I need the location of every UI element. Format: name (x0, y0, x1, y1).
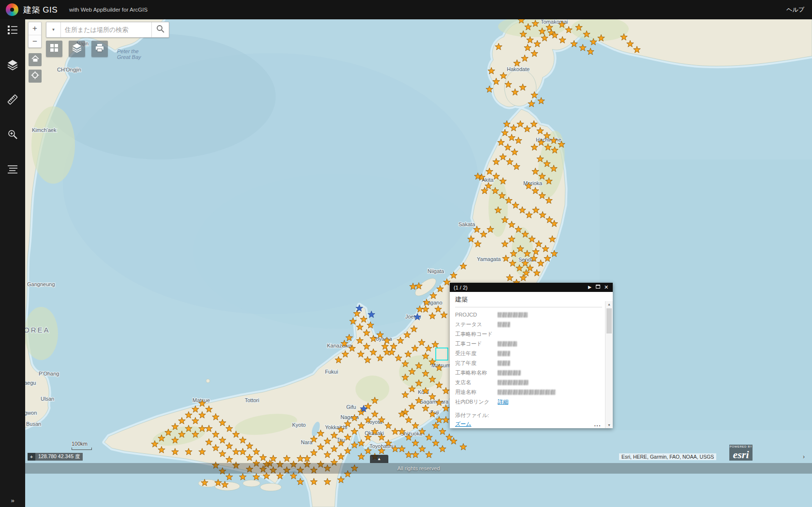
zoom-in-button[interactable]: + (29, 22, 41, 35)
redacted-value (498, 380, 529, 385)
field-label: 完了年度 (455, 360, 498, 367)
field-value (498, 390, 556, 395)
water-label: Great Bay (117, 54, 142, 60)
close-popup-button[interactable]: ✕ (602, 283, 610, 292)
popup-field-row: 用途名称 (455, 387, 602, 397)
app-title: 建築 GIS (23, 4, 58, 15)
field-value (498, 380, 529, 385)
powered-by-label: POWERED BY (729, 445, 753, 449)
popup-header[interactable]: (1 / 2) ▶ ✕ (450, 283, 613, 292)
app-subtitle: with Web AppBuilder for ArcGIS (69, 7, 148, 13)
field-value (498, 312, 528, 318)
search-source-dropdown[interactable]: ▼ (46, 22, 61, 37)
print-icon (95, 43, 104, 54)
overview-widget-button[interactable] (46, 41, 62, 57)
map-canvas[interactable]: TomakomaiHakodateNajinCH'OngjinKimch'aek… (25, 19, 812, 507)
sidebar-tool-layer-list[interactable] (6, 164, 19, 176)
field-label: 工事略称コード (455, 331, 498, 338)
rights-text: All rights reserved (397, 465, 440, 471)
crosshair-icon[interactable]: + (28, 453, 35, 461)
sidebar-tool-layers[interactable] (6, 60, 19, 72)
redacted-value (498, 370, 521, 376)
field-label: 工事コード (455, 340, 498, 348)
popup-field-row: ステータス (455, 319, 602, 329)
map-attribution: Esri, HERE, Garmin, FAO, NOAA, USGS (619, 453, 716, 460)
popup-scrollbar[interactable]: ▲ ▼ (605, 301, 613, 428)
sidebar-tool-query[interactable] (6, 130, 19, 141)
scroll-up-icon[interactable]: ▲ (605, 303, 613, 306)
island (260, 483, 281, 491)
map-label: Toyama (373, 336, 392, 342)
zoom-out-button[interactable]: − (29, 35, 41, 47)
field-label: ステータス (455, 321, 498, 328)
coordinate-readout: 128.780 42.345 度 (35, 453, 83, 461)
map-svg: TomakomaiHakodateNajinCH'OngjinKimch'aek… (25, 19, 812, 507)
search-input[interactable] (61, 22, 151, 37)
field-label: 工事略称名称 (455, 369, 498, 377)
next-feature-button[interactable]: ▶ (586, 283, 594, 292)
sidebar-tool-legend[interactable] (6, 25, 19, 37)
redacted-value (498, 312, 528, 318)
scale-label: 100km (72, 441, 88, 447)
map-label: Sakata (458, 221, 475, 227)
map-label: Kimch'aek (32, 127, 57, 133)
internal-db-detail-link[interactable]: 詳細 (498, 398, 508, 406)
maximize-button[interactable] (594, 283, 602, 292)
map-label: Ulsan (41, 396, 54, 402)
popup-field-list: PROJCDステータス工事略称コード工事コード受注年度完了年度工事略称名称支店名… (455, 310, 602, 406)
map-label: aegu (25, 380, 36, 386)
esri-logo-text: esri (729, 449, 753, 461)
print-widget-button[interactable] (91, 41, 108, 57)
app-logo-icon (6, 3, 18, 16)
search-button[interactable] (151, 22, 169, 37)
popup-field-row: 完了年度 (455, 358, 602, 368)
field-value (498, 370, 521, 376)
popup-field-row: 支店名 (455, 377, 602, 387)
scroll-down-icon[interactable]: ▼ (605, 423, 613, 427)
basemap-icon (72, 43, 82, 55)
sidebar-tool-measure[interactable] (6, 95, 19, 106)
map-label: Nara (301, 439, 313, 445)
redacted-value (498, 341, 517, 347)
help-link[interactable]: ヘルプ (786, 6, 804, 14)
sidebar-toolbar: » (0, 19, 25, 507)
search-widget: ▼ (46, 22, 169, 38)
sidebar-collapse-button[interactable]: » (0, 497, 25, 504)
map-label: Gangneung (27, 281, 55, 287)
field-value (498, 361, 510, 366)
popup-title: 建築 (455, 293, 602, 307)
rights-bar: All rights reserved (25, 463, 812, 474)
scrollbar-thumb[interactable] (606, 308, 612, 333)
map-label: Kyoto (292, 422, 306, 428)
redacted-value (498, 361, 510, 366)
land-oki (206, 379, 210, 383)
home-button[interactable] (29, 53, 42, 66)
map-label: Hakodate (507, 66, 530, 72)
popup-pagination: (1 / 2) (454, 285, 468, 290)
map-label: KOREA (25, 326, 50, 334)
map-label: Yokkaichi (325, 424, 347, 430)
map-label: P'Ohang (39, 371, 59, 377)
map-label: Niigata (428, 268, 444, 274)
island (243, 480, 260, 487)
expand-up-icon: ▲ (377, 457, 381, 461)
popup-field-row: PROJCD (455, 310, 602, 319)
redacted-value (498, 322, 510, 327)
my-location-button[interactable] (29, 70, 42, 83)
field-label: 支店名 (455, 379, 498, 386)
attachments-label: 添付ファイル: (455, 412, 602, 419)
basemap-widget-button[interactable] (69, 41, 85, 57)
locate-icon (31, 71, 39, 81)
field-value: 詳細 (498, 398, 508, 406)
attribute-table-toggle[interactable]: ▲ (370, 455, 388, 463)
query-magnifier-icon (7, 129, 18, 142)
more-options-button[interactable]: ... (594, 422, 601, 426)
widget-button-row (46, 41, 108, 57)
field-label: PROJCD (455, 312, 498, 318)
layers-icon (7, 59, 18, 72)
map-label: Tottori (245, 397, 259, 403)
redacted-value (498, 390, 556, 395)
zoom-to-link[interactable]: ズーム (455, 420, 472, 428)
legend-icon (7, 25, 18, 37)
attribution-collapse-icon[interactable]: › (803, 453, 805, 460)
